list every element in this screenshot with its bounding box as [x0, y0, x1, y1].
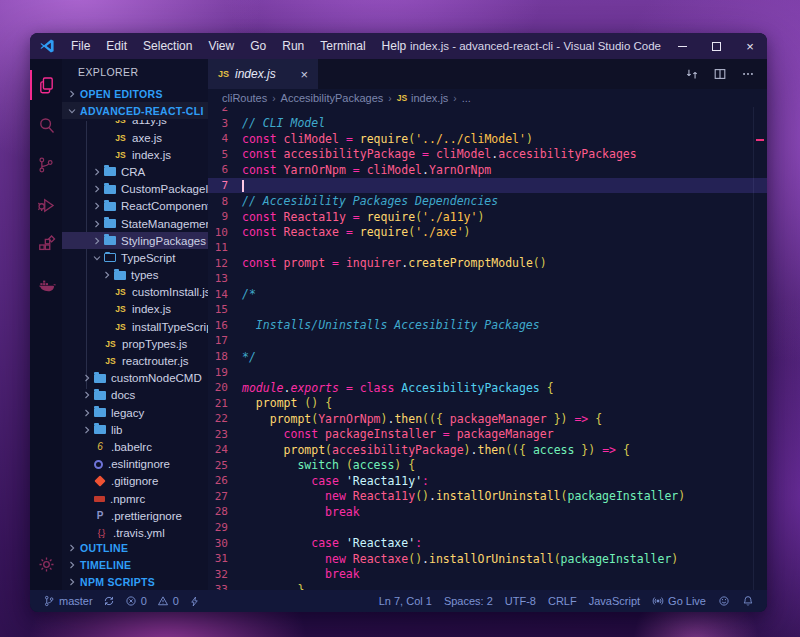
maximize-button[interactable] — [699, 33, 733, 59]
notifications-bell[interactable] — [737, 595, 759, 607]
encoding[interactable]: UTF-8 — [500, 595, 541, 607]
tree-item-a11y-js[interactable]: JSa11y.js — [62, 120, 208, 129]
code-line-28[interactable]: 28 break — [208, 504, 767, 520]
menu-go[interactable]: Go — [242, 33, 274, 59]
code-line-10[interactable]: 10const Reactaxe = require('./axe') — [208, 224, 767, 240]
tree-item-custominstall-js[interactable]: JScustomInstall.js — [62, 284, 208, 301]
explorer-icon[interactable] — [30, 65, 62, 105]
tree-item-index-js[interactable]: JSindex.js — [62, 301, 208, 318]
panel-npm-scripts[interactable]: NPM SCRIPTS — [62, 573, 208, 590]
close-button[interactable]: × — [733, 33, 767, 59]
tree-item--travis-yml[interactable]: {..}.travis.yml — [62, 524, 208, 539]
warnings-indicator[interactable]: 0 — [152, 595, 184, 607]
tree-item-reactcomponent[interactable]: ReactComponent — [62, 198, 208, 215]
code-line-18[interactable]: 18*/ — [208, 349, 767, 365]
minimize-button[interactable] — [665, 33, 699, 59]
breadcrumb-item-cliroutes[interactable]: cliRoutes — [222, 92, 267, 104]
code-line-14[interactable]: 14/* — [208, 287, 767, 303]
code-line-12[interactable]: 12const prompt = inquirer.createPromptMo… — [208, 255, 767, 271]
tree-item-reactrouter-js[interactable]: JSreactrouter.js — [62, 352, 208, 369]
tree-item-installtypescrip-[interactable]: JSinstallTypeScrip... — [62, 318, 208, 335]
menu-edit[interactable]: Edit — [98, 33, 135, 59]
code-line-8[interactable]: 8// Accesibility Packages Dependencies — [208, 193, 767, 209]
tree-item-customnodecmd[interactable]: customNodeCMD — [62, 370, 208, 387]
code-line-7[interactable]: 7 — [208, 178, 767, 194]
code-line-19[interactable]: 19 — [208, 364, 767, 380]
docker-icon[interactable] — [30, 265, 62, 305]
open-editors-section[interactable]: OPEN EDITORS — [62, 85, 208, 102]
run-debug-icon[interactable] — [30, 185, 62, 225]
code-line-27[interactable]: 27 new Reacta11y().installOrUninstall(pa… — [208, 489, 767, 505]
code-area[interactable]: 23// CLI Model4const cliModel = require(… — [208, 107, 767, 590]
code-line-29[interactable]: 29 — [208, 520, 767, 536]
tree-item--gitignore[interactable]: .gitignore — [62, 473, 208, 490]
menu-help[interactable]: Help — [374, 33, 415, 59]
code-line-6[interactable]: 6const YarnOrNpm = cliModel.YarnOrNpm — [208, 162, 767, 178]
extensions-icon[interactable] — [30, 225, 62, 265]
tree-item--prettierignore[interactable]: P.prettierignore — [62, 507, 208, 524]
code-line-16[interactable]: 16 Installs/Uninstalls Accesibility Pack… — [208, 318, 767, 334]
panel-timeline[interactable]: TIMELINE — [62, 556, 208, 573]
breadcrumb-item-accesibilitypackages[interactable]: AccesibilityPackages — [281, 92, 384, 104]
split-editor-icon[interactable] — [713, 67, 727, 81]
menu-terminal[interactable]: Terminal — [312, 33, 373, 59]
go-live-button[interactable]: Go Live — [647, 595, 711, 607]
code-line-4[interactable]: 4const cliModel = require('../../cliMode… — [208, 131, 767, 147]
more-actions-icon[interactable] — [741, 67, 755, 81]
tree-item-legacy[interactable]: legacy — [62, 404, 208, 421]
tree-item-docs[interactable]: docs — [62, 387, 208, 404]
cursor-position[interactable]: Ln 7, Col 1 — [374, 595, 437, 607]
tree-item-statemanagement[interactable]: StateManagement — [62, 215, 208, 232]
breadcrumb-item--[interactable]: ... — [462, 92, 471, 104]
code-line-21[interactable]: 21 prompt () { — [208, 395, 767, 411]
search-icon[interactable] — [30, 105, 62, 145]
code-line-33[interactable]: 33 } — [208, 582, 767, 590]
menu-run[interactable]: Run — [274, 33, 312, 59]
tree-item--eslintignore[interactable]: .eslintignore — [62, 456, 208, 473]
tree-item-proptypes-js[interactable]: JSpropTypes.js — [62, 335, 208, 352]
menu-file[interactable]: File — [63, 33, 98, 59]
tree-item--babelrc[interactable]: 6.babelrc — [62, 438, 208, 455]
tab-indexjs[interactable]: JS index.js × — [208, 59, 318, 89]
code-line-26[interactable]: 26 case 'Reacta11y': — [208, 473, 767, 489]
eol-sequence[interactable]: CRLF — [543, 595, 582, 607]
tree-item-cra[interactable]: CRA — [62, 163, 208, 180]
feedback-button[interactable] — [713, 595, 735, 607]
tree-item-typescript[interactable]: TypeScript — [62, 249, 208, 266]
code-line-30[interactable]: 30 case 'Reactaxe': — [208, 535, 767, 551]
code-line-31[interactable]: 31 new Reactaxe().installOrUninstall(pac… — [208, 551, 767, 567]
settings-icon[interactable] — [30, 544, 62, 584]
panel-outline[interactable]: OUTLINE — [62, 539, 208, 556]
code-line-25[interactable]: 25 switch (access) { — [208, 458, 767, 474]
code-line-32[interactable]: 32 break — [208, 566, 767, 582]
source-control-icon[interactable] — [30, 145, 62, 185]
code-line-2[interactable]: 2 — [208, 107, 767, 116]
code-line-22[interactable]: 22 prompt(YarnOrNpm).then(({ packageMana… — [208, 411, 767, 427]
deploy-button[interactable] — [184, 596, 205, 607]
tree-item-custompackagei-[interactable]: CustomPackageI... — [62, 181, 208, 198]
tree-item--npmrc[interactable]: .npmrc — [62, 490, 208, 507]
tree-item-types[interactable]: types — [62, 267, 208, 284]
tree-item-stylingpackages[interactable]: StylingPackages — [62, 232, 208, 249]
code-line-5[interactable]: 5const accesibilityPackage = cliModel.ac… — [208, 147, 767, 163]
code-line-11[interactable]: 11 — [208, 240, 767, 256]
code-line-20[interactable]: 20module.exports = class AccesibilityPac… — [208, 380, 767, 396]
sync-button[interactable] — [98, 595, 120, 607]
code-line-13[interactable]: 13 — [208, 271, 767, 287]
code-line-3[interactable]: 3// CLI Model — [208, 116, 767, 132]
menu-selection[interactable]: Selection — [135, 33, 200, 59]
code-line-9[interactable]: 9const Reacta11y = require('./a11y') — [208, 209, 767, 225]
open-changes-icon[interactable] — [685, 67, 699, 81]
breadcrumb-item-index-js[interactable]: JSindex.js — [397, 92, 449, 104]
indentation[interactable]: Spaces: 2 — [439, 595, 498, 607]
code-line-17[interactable]: 17 — [208, 333, 767, 349]
code-line-15[interactable]: 15 — [208, 302, 767, 318]
menu-view[interactable]: View — [200, 33, 242, 59]
code-line-23[interactable]: 23 const packageInstaller = packageManag… — [208, 426, 767, 442]
tree-item-axe-js[interactable]: JSaxe.js — [62, 129, 208, 146]
language-mode[interactable]: JavaScript — [584, 595, 645, 607]
code-line-24[interactable]: 24 prompt(accesibilityPackage).then(({ a… — [208, 442, 767, 458]
errors-indicator[interactable]: 0 — [120, 595, 152, 607]
tab-close-icon[interactable]: × — [300, 67, 308, 82]
project-root-section[interactable]: ADVANCED-REACT-CLI — [62, 102, 208, 119]
